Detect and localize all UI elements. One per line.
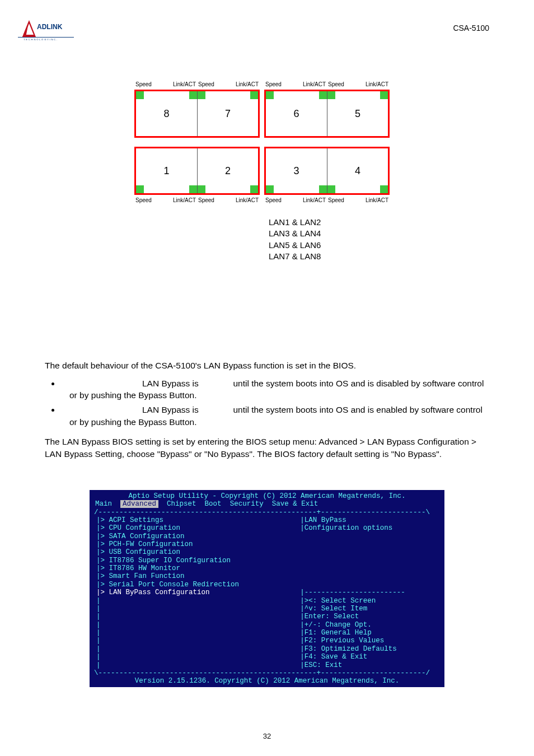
bottom-port-labels: SpeedLink/ACT SpeedLink/ACT SpeedLink/AC… — [134, 197, 403, 203]
port-4: 4 — [327, 148, 388, 193]
bios-help-pane: |LAN ByPass |Configuration options |----… — [298, 516, 440, 669]
bios-item: |> Smart Fan Function — [96, 572, 296, 580]
bios-item: |> IT8786 HW Monitor — [96, 564, 296, 572]
port-3: 3 — [266, 148, 327, 193]
bios-divider-small: |------------------------ — [300, 589, 438, 596]
intro-paragraph: The default behaviour of the CSA-5100's … — [45, 360, 489, 372]
bios-screenshot: Aptio Setup Utility - Copyright (C) 2012… — [90, 490, 444, 687]
bios-menu-list: |> ACPI Settings |> CPU Configuration |>… — [94, 516, 298, 669]
bios-help-text: |LAN ByPass — [300, 516, 438, 524]
lan-port-diagram: SpeedLink/ACT SpeedLink/ACT SpeedLink/AC… — [134, 81, 403, 262]
port-1: 1 — [136, 148, 197, 193]
port-row-bottom: 1 2 3 4 — [134, 147, 403, 195]
body-text: The default behaviour of the CSA-5100's … — [45, 360, 489, 466]
svg-text:ADLINK: ADLINK — [37, 23, 63, 31]
bios-item: |> CPU Configuration — [96, 524, 296, 532]
pair-text: LAN3 & LAN4 — [269, 228, 403, 239]
page-number: 32 — [0, 732, 534, 740]
speed-led-icon — [198, 185, 205, 193]
port-pair-12: 1 2 — [134, 147, 260, 195]
speed-led-icon — [327, 185, 335, 193]
port-8: 8 — [136, 91, 197, 136]
bios-key: |><: Select Screen — [300, 597, 438, 605]
bios-divider: \---------------------------------------… — [90, 669, 444, 677]
port-7: 7 — [197, 91, 258, 136]
pair-text: LAN5 & LAN6 — [269, 240, 403, 251]
linkact-led-icon — [189, 91, 197, 99]
bios-key: |Enter: Select — [300, 613, 438, 620]
bios-key: |F2: Previous Values — [300, 637, 438, 645]
bios-key: |^v: Select Item — [300, 605, 438, 613]
bullet-item: LAN Bypass is until the system boots int… — [60, 377, 489, 402]
lan-pair-list: LAN1 & LAN2 LAN3 & LAN4 LAN5 & LAN6 LAN7… — [269, 217, 403, 262]
pair-text: LAN7 & LAN8 — [269, 251, 403, 262]
bios-menubar: Main Advanced Chipset Boot Security Save… — [90, 500, 444, 508]
port-5: 5 — [327, 91, 388, 136]
bios-item: |> ACPI Settings — [96, 516, 296, 524]
bios-item: |> SATA Configuration — [96, 533, 296, 540]
speed-led-icon — [136, 185, 144, 193]
speed-led-icon — [327, 91, 335, 99]
port-pair-78: 8 7 — [134, 90, 260, 138]
speed-led-icon — [266, 185, 274, 193]
bios-key: |F4: Save & Exit — [300, 653, 438, 661]
port-pair-34: 3 4 — [264, 147, 390, 195]
linkact-led-icon — [380, 91, 388, 99]
bios-divider: /---------------------------------------… — [90, 508, 444, 516]
bios-key: |F1: General Help — [300, 629, 438, 637]
speed-led-icon — [198, 91, 205, 99]
port-2: 2 — [197, 148, 258, 193]
svg-rect-4 — [18, 37, 74, 38]
linkact-led-icon — [189, 185, 197, 193]
port-pair-56: 6 5 — [264, 90, 390, 138]
bios-item: |> USB Configuration — [96, 548, 296, 556]
pair-text: LAN1 & LAN2 — [269, 217, 403, 228]
bios-title: Aptio Setup Utility - Copyright (C) 2012… — [90, 492, 444, 500]
para-bios: The LAN Bypass BIOS setting is set by en… — [45, 436, 489, 460]
port-row-top: 8 7 6 5 — [134, 90, 403, 138]
top-port-labels: SpeedLink/ACT SpeedLink/ACT SpeedLink/AC… — [134, 81, 403, 87]
bios-key: |F3: Optimized Defaults — [300, 645, 438, 653]
model-label: CSA-5100 — [453, 24, 489, 32]
linkact-led-icon — [380, 185, 388, 193]
bios-item: |> IT8786 Super IO Configuration — [96, 557, 296, 564]
speed-led-icon — [136, 91, 144, 99]
bios-item: |> Serial Port Console Redirection — [96, 581, 296, 589]
adlink-logo: ADLINK T E C H N O L O G Y I N C . — [18, 18, 74, 40]
speed-led-icon — [266, 91, 274, 99]
bios-key: |+/-: Change Opt. — [300, 621, 438, 629]
bios-footer: Version 2.15.1236. Copyright (C) 2012 Am… — [90, 677, 444, 685]
bios-item-selected: |> LAN ByPass Configuration — [96, 589, 296, 596]
bullet-item: LAN Bypass is until the system boots int… — [60, 404, 489, 428]
bios-help-text: |Configuration options — [300, 524, 438, 532]
bios-menu-selected: Advanced — [120, 500, 158, 508]
linkact-led-icon — [250, 91, 258, 99]
port-6: 6 — [266, 91, 327, 136]
bios-key: |ESC: Exit — [300, 661, 438, 669]
bios-item: |> PCH-FW Configuration — [96, 540, 296, 548]
linkact-led-icon — [319, 91, 327, 99]
linkact-led-icon — [250, 185, 258, 193]
linkact-led-icon — [319, 185, 327, 193]
svg-text:T E C H N O L O G Y   I N C .: T E C H N O L O G Y I N C . — [24, 38, 58, 40]
